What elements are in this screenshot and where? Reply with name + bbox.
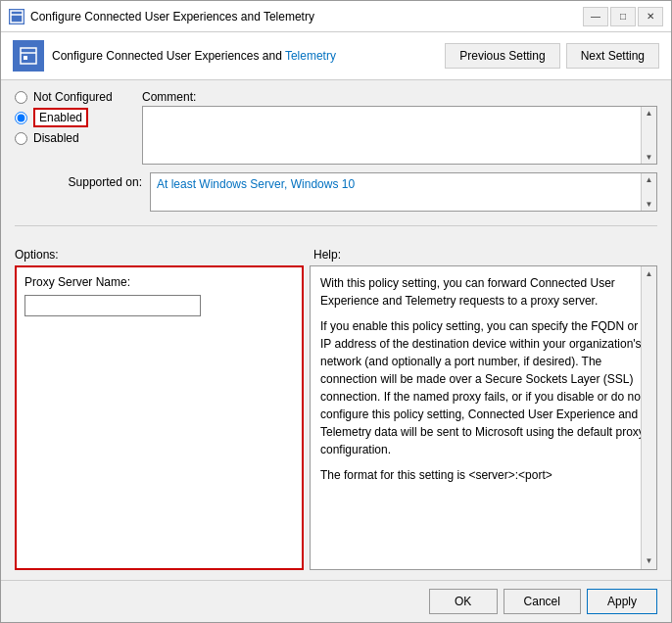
- maximize-button[interactable]: □: [610, 7, 636, 26]
- main-content: Not Configured Enabled Disabled Comment:: [1, 80, 671, 580]
- window-controls: — □ ✕: [583, 7, 663, 26]
- help-panel: With this policy setting, you can forwar…: [310, 265, 657, 570]
- scroll-up-arrow[interactable]: ▲: [646, 109, 653, 118]
- title-bar: Configure Connected User Experiences and…: [1, 1, 671, 32]
- header-title: Configure Connected User Experiences and…: [52, 49, 437, 63]
- help-scroll-down[interactable]: ▼: [646, 555, 653, 567]
- options-help-labels: Options: Help:: [15, 248, 657, 262]
- main-window: Configure Connected User Experiences and…: [0, 0, 672, 623]
- comment-scrollbar: ▲ ▼: [641, 107, 656, 164]
- header-row: Configure Connected User Experiences and…: [1, 32, 671, 80]
- help-paragraph-3: The format for this setting is <server>:…: [320, 466, 647, 484]
- disabled-option[interactable]: Disabled: [15, 131, 142, 145]
- supported-scroll-down[interactable]: ▼: [646, 200, 653, 209]
- header-icon: [13, 40, 44, 72]
- help-scrollbar: ▲ ▼: [641, 266, 656, 569]
- supported-value-box: At least Windows Server, Windows 10 ▲ ▼: [150, 172, 657, 212]
- proxy-server-input[interactable]: [24, 295, 201, 316]
- not-configured-radio[interactable]: [15, 91, 27, 104]
- svg-rect-0: [11, 11, 23, 23]
- apply-button[interactable]: Apply: [587, 589, 657, 614]
- enabled-radio[interactable]: [15, 112, 27, 124]
- top-section: Not Configured Enabled Disabled Comment:: [15, 90, 657, 212]
- ok-button[interactable]: OK: [429, 589, 498, 614]
- comment-section: Comment: ▲ ▼: [142, 90, 657, 165]
- previous-setting-button[interactable]: Previous Setting: [445, 43, 559, 69]
- comment-label: Comment:: [142, 90, 657, 104]
- divider: [15, 225, 657, 226]
- radio-group: Not Configured Enabled Disabled: [15, 90, 142, 145]
- supported-row: Supported on: At least Windows Server, W…: [15, 172, 657, 212]
- proxy-server-label: Proxy Server Name:: [24, 275, 294, 289]
- disabled-radio[interactable]: [15, 132, 27, 145]
- supported-label: Supported on:: [15, 172, 142, 189]
- footer: OK Cancel Apply: [1, 580, 671, 622]
- help-scroll-up[interactable]: ▲: [646, 268, 653, 280]
- header-buttons: Previous Setting Next Setting: [445, 43, 659, 69]
- supported-value: At least Windows Server, Windows 10: [157, 177, 355, 191]
- supported-scroll-up[interactable]: ▲: [646, 175, 653, 184]
- comment-box: ▲ ▼: [142, 106, 657, 165]
- options-label: Options:: [15, 248, 313, 262]
- options-help-panels: Proxy Server Name: With this policy sett…: [15, 265, 657, 570]
- scroll-down-arrow[interactable]: ▼: [646, 153, 653, 162]
- supported-scrollbar: ▲ ▼: [641, 173, 656, 211]
- help-paragraph-2: If you enable this policy setting, you c…: [320, 317, 647, 458]
- minimize-button[interactable]: —: [583, 7, 608, 26]
- options-panel: Proxy Server Name:: [15, 265, 304, 570]
- not-configured-option[interactable]: Not Configured: [15, 90, 142, 104]
- help-label: Help:: [313, 248, 657, 262]
- window-title: Configure Connected User Experiences and…: [30, 10, 583, 24]
- svg-rect-2: [21, 48, 36, 64]
- radio-comment-row: Not Configured Enabled Disabled Comment:: [15, 90, 657, 165]
- svg-rect-4: [24, 56, 27, 60]
- enabled-option[interactable]: Enabled: [15, 108, 142, 127]
- next-setting-button[interactable]: Next Setting: [566, 43, 659, 69]
- close-button[interactable]: ✕: [638, 7, 663, 26]
- cancel-button[interactable]: Cancel: [504, 589, 581, 614]
- help-paragraph-1: With this policy setting, you can forwar…: [320, 274, 647, 310]
- enabled-label: Enabled: [33, 108, 88, 127]
- options-help-section: Options: Help: Proxy Server Name: With t…: [15, 248, 657, 570]
- window-icon: [9, 9, 24, 24]
